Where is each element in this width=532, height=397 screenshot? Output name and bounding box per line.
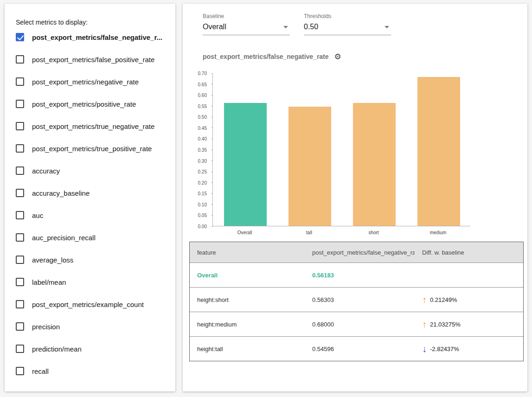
checkbox-unchecked-icon[interactable]	[16, 100, 24, 108]
metric-checkbox-row[interactable]: post_export_metrics/example_count	[16, 293, 168, 315]
diff-cell: ↑0.21249%	[415, 295, 523, 304]
metric-checkbox-row[interactable]: precision	[16, 315, 168, 338]
y-axis-tick-label: 0.65	[198, 82, 207, 87]
checkbox-checked-icon[interactable]	[16, 33, 24, 41]
metric-label: post_export_metrics/negative_rate	[32, 78, 139, 86]
baseline-label: Baseline	[203, 13, 290, 19]
y-axis-tickmark	[211, 160, 213, 161]
metric-label: auc	[32, 211, 43, 219]
y-axis-tick-label: 0.35	[198, 147, 207, 153]
checkbox-unchecked-icon[interactable]	[16, 322, 24, 331]
x-axis-labels: Overalltallshortmedium	[212, 230, 470, 237]
metric-checkbox-row[interactable]: recall	[16, 360, 168, 382]
y-axis-tick-label: 0.10	[198, 202, 207, 207]
slice-bar[interactable]	[417, 77, 460, 226]
metric-checkbox-row[interactable]: auc	[16, 204, 168, 226]
y-axis-tick-label: 0.60	[198, 93, 207, 98]
y-axis-tick-label: 0.55	[198, 103, 207, 109]
chart-controls: Baseline Overall Thresholds 0.50	[203, 13, 521, 35]
thresholds-value-row[interactable]: 0.50	[304, 22, 391, 35]
checkbox-unchecked-icon[interactable]	[16, 211, 24, 219]
metric-list: post_export_metrics/false_negative_r...p…	[16, 26, 168, 382]
checkbox-unchecked-icon[interactable]	[16, 189, 24, 197]
diff-value: -2.82437%	[430, 346, 459, 352]
metric-checkbox-row[interactable]: average_loss	[16, 249, 168, 271]
metric-checkbox-row[interactable]: label/mean	[16, 271, 168, 293]
y-axis-tick-label: 0.70	[198, 71, 207, 76]
y-axis-tickmark	[211, 117, 213, 117]
metric-checkbox-row[interactable]: post_export_metrics/false_negative_r...	[16, 26, 168, 48]
metric-label: precision	[32, 323, 60, 331]
metric-label: prediction/mean	[32, 345, 82, 353]
y-axis-tickmark	[211, 172, 213, 172]
feature-cell: Overall	[190, 272, 305, 279]
y-axis-tick-label: 0.40	[198, 136, 207, 141]
metric-value-cell: 0.54596	[305, 346, 415, 352]
x-axis-category-label: Overall	[212, 230, 277, 235]
table-row[interactable]: height:short0.56303↑0.21249%	[190, 287, 523, 312]
diff-cell: ↓-2.82437%	[415, 344, 523, 353]
thresholds-label: Thresholds	[304, 13, 391, 19]
y-axis-tickmark	[211, 150, 213, 150]
checkbox-unchecked-icon[interactable]	[16, 144, 24, 153]
checkbox-unchecked-icon[interactable]	[16, 367, 24, 375]
metric-checkbox-row[interactable]: accuracy	[16, 160, 168, 182]
up-arrow-icon: ↑	[422, 295, 427, 304]
thresholds-value: 0.50	[304, 23, 318, 31]
metric-label: accuracy_baseline	[32, 189, 90, 197]
table-row[interactable]: Overall0.56183	[190, 263, 523, 287]
checkbox-unchecked-icon[interactable]	[16, 77, 24, 86]
y-axis-tickmark	[211, 139, 213, 139]
metric-label: average_loss	[32, 256, 73, 264]
metric-checkbox-row[interactable]: post_export_metrics/negative_rate	[16, 70, 168, 93]
feature-cell: height:medium	[190, 321, 305, 328]
settings-gear-icon[interactable]: ⚙	[334, 53, 341, 61]
y-axis: 0.000.050.100.150.200.250.300.350.400.45…	[189, 73, 210, 226]
table-row[interactable]: height:tall0.54596↓-2.82437%	[190, 336, 523, 361]
metric-checkbox-row[interactable]: post_export_metrics/false_positive_rate	[16, 48, 168, 70]
y-axis-tick-label: 0.20	[198, 180, 207, 185]
checkbox-unchecked-icon[interactable]	[16, 55, 24, 64]
checkbox-unchecked-icon[interactable]	[16, 256, 24, 264]
metric-value-cell: 0.56303	[305, 296, 415, 303]
diff-value: 0.21249%	[430, 296, 457, 303]
metric-checkbox-row[interactable]: post_export_metrics/true_positive_rate	[16, 137, 168, 160]
metric-label: accuracy	[32, 167, 60, 175]
up-arrow-icon: ↑	[422, 320, 427, 329]
bar-chart: 0.000.050.100.150.200.250.300.350.400.45…	[189, 70, 521, 239]
y-axis-tickmark	[211, 73, 213, 74]
metric-checkbox-row[interactable]: auc_precision_recall	[16, 226, 168, 249]
thresholds-select[interactable]: Thresholds 0.50	[304, 13, 391, 35]
checkbox-unchecked-icon[interactable]	[16, 278, 24, 286]
y-axis-tick-label: 0.05	[198, 213, 207, 218]
baseline-value: Overall	[203, 23, 226, 31]
slice-bar[interactable]	[353, 103, 396, 226]
baseline-bar[interactable]	[224, 103, 267, 226]
chart-header: post_export_metrics/false_negative_rate …	[203, 52, 521, 61]
table-row[interactable]: height:medium0.68000↑21.03275%	[190, 312, 523, 336]
checkbox-unchecked-icon[interactable]	[16, 345, 24, 353]
y-axis-tick-label: 0.45	[198, 125, 207, 130]
y-axis-tickmark	[211, 95, 213, 96]
table-header-cell: Diff. w. baseline	[415, 249, 523, 256]
checkbox-unchecked-icon[interactable]	[16, 122, 24, 130]
baseline-select[interactable]: Baseline Overall	[203, 13, 290, 35]
feature-cell: height:short	[190, 296, 305, 303]
table-header-row: featurepost_export_metrics/false_negativ…	[190, 242, 523, 263]
metric-label: post_export_metrics/example_count	[32, 301, 144, 308]
metric-checkbox-row[interactable]: accuracy_baseline	[16, 182, 168, 204]
plot-area	[212, 73, 470, 226]
metric-checkbox-row[interactable]: prediction/mean	[16, 338, 168, 360]
checkbox-unchecked-icon[interactable]	[16, 166, 24, 175]
checkbox-unchecked-icon[interactable]	[16, 300, 24, 308]
checkbox-unchecked-icon[interactable]	[16, 233, 24, 242]
slice-bar[interactable]	[288, 107, 331, 226]
metric-label: post_export_metrics/true_negative_rate	[32, 122, 154, 130]
metric-checkbox-row[interactable]: post_export_metrics/positive_rate	[16, 93, 168, 115]
y-axis-tickmark	[211, 215, 213, 216]
metric-checkbox-row[interactable]: post_export_metrics/true_negative_rate	[16, 115, 168, 137]
down-arrow-icon: ↓	[422, 344, 427, 353]
baseline-value-row[interactable]: Overall	[203, 22, 290, 35]
metric-label: auc_precision_recall	[32, 234, 96, 242]
y-axis-tickmark	[211, 226, 213, 227]
